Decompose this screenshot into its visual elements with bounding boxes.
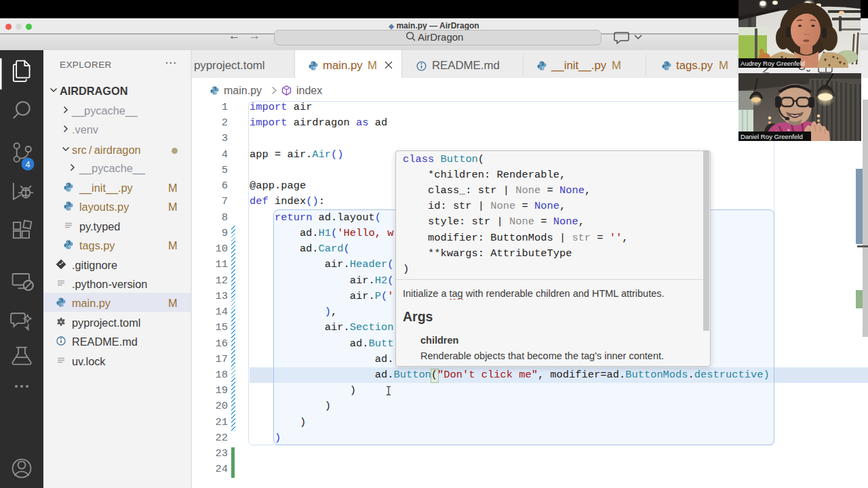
svg-text:Audrey Roy Greenfeld: Audrey Roy Greenfeld: [741, 60, 805, 67]
svg-text:4: 4: [26, 160, 31, 169]
svg-text:Daniel Roy Greenfeld: Daniel Roy Greenfeld: [741, 133, 803, 140]
